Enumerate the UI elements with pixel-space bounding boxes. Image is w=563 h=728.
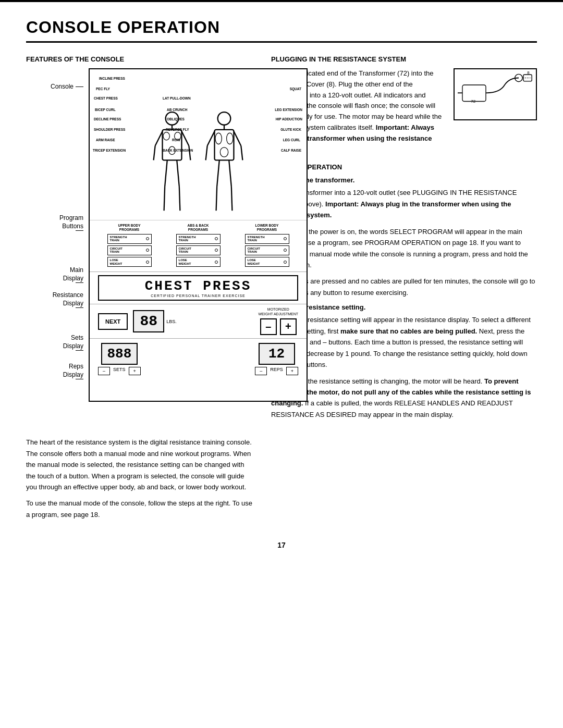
chest-press-display: CHEST PRESS CERTIFIED PERSONAL TRAINER E… (98, 275, 298, 301)
upper-strength-btn[interactable]: STRENGTHTRAIN (107, 234, 152, 244)
reps-plus-btn[interactable]: + (286, 367, 298, 375)
pec-fly-label: PEC FLY (96, 87, 110, 91)
svg-point-26 (227, 133, 233, 144)
manual-op-header: MANUAL OPERATION (271, 163, 537, 171)
next-button[interactable]: NEXT (98, 313, 128, 330)
bottom-left-text2: To use the manual mode of the console, f… (26, 498, 255, 520)
svg-line-23 (229, 160, 231, 187)
bottom-section: The heart of the resistance system is th… (26, 437, 537, 525)
bottom-right (271, 437, 537, 525)
arm-raise-label: ARM RAISE (96, 138, 115, 142)
page-number: 17 (26, 541, 537, 549)
lower-circuit-btn[interactable]: CIRCUITTRAIN (245, 245, 289, 255)
motorized-label: MOTORIZED WEIGHT ADJUSTMENT (259, 307, 298, 316)
svg-line-18 (206, 146, 207, 161)
page-title: CONSOLE OPERATION (26, 18, 537, 43)
step1-header: 1. Plug in the transformer. (271, 176, 537, 184)
front-body-figure (151, 110, 193, 215)
program-column-headers: UPPER BODYPROGRAMS ABS & BACKPROGRAMS LO… (95, 224, 301, 232)
svg-point-27 (220, 147, 228, 157)
reps-display: 12 (259, 343, 295, 365)
svg-line-24 (231, 187, 232, 211)
lower-strength-btn[interactable]: STRENGTHTRAIN (245, 234, 289, 244)
leg-curl-label: LEG CURL (283, 138, 300, 142)
bottom-left-text1: The heart of the resistance system is th… (26, 437, 255, 492)
svg-line-4 (154, 146, 155, 161)
program-buttons-label: Program Buttons (59, 214, 83, 230)
tricep-ext-label: TRICEP EXTENSION (93, 149, 126, 152)
decline-press-label: DECLINE PRESS (94, 117, 121, 121)
squat-label: SQUAT (290, 87, 301, 91)
upper-circuit-btn[interactable]: CIRCUITTRAIN (107, 245, 152, 255)
plus-button[interactable]: + (280, 318, 297, 335)
resistance-value-display: 88 (133, 310, 164, 332)
features-header: FEATURES OF THE CONSOLE (26, 55, 255, 63)
abs-strength-btn[interactable]: STRENGTHTRAIN (176, 234, 221, 244)
step2-note: Note: While the resistance setting is ch… (271, 376, 537, 421)
side-labels: Console Program Buttons Main Display (26, 68, 83, 402)
sets-buttons: – SETS + (98, 367, 141, 375)
step2-header: 2. Select a resistance setting. (271, 303, 537, 311)
svg-line-7 (165, 160, 167, 187)
sets-minus-btn[interactable]: – (98, 367, 110, 375)
svg-text:8: 8 (527, 71, 530, 75)
certified-trainer-text: CERTIFIED PERSONAL TRAINER EXERCISE (104, 294, 292, 298)
svg-line-6 (189, 146, 190, 161)
lbs-label: LBS. (166, 319, 177, 324)
svg-rect-2 (163, 130, 182, 160)
resistance-display-area: NEXT 88 LBS. MOTORIZED WEIGHT ADJUSTMENT… (90, 304, 307, 339)
bottom-left: The heart of the resistance system is th… (26, 437, 255, 525)
resistance-display-label: Resistance Display (53, 291, 83, 307)
svg-line-8 (164, 187, 165, 211)
step1-note: Note: When the power is on, the words SE… (271, 226, 537, 271)
svg-point-25 (215, 133, 222, 144)
strength-train-row: STRENGTHTRAIN STRENGTHTRAIN STRENGTHTRAI… (95, 234, 301, 244)
reps-display-label: Reps Display (63, 363, 83, 379)
step1-text: Plug the transformer into a 120-volt out… (271, 187, 537, 220)
sets-display: 888 (101, 343, 138, 365)
glute-kick-label: GLUTE KICK (280, 128, 301, 131)
chest-press-text: CHEST PRESS (104, 278, 292, 294)
circuit-train-row: CIRCUITTRAIN CIRCUITTRAIN CIRCUITTRAIN (95, 245, 301, 255)
upper-lose-weight-btn[interactable]: LOSEWEIGHT (107, 257, 152, 267)
sets-reps-area: 888 – SETS + 12 – REPS (90, 339, 307, 379)
body-figure-area: INCLINE PRESS PEC FLY CHEST PRESS BICEP … (90, 69, 307, 220)
lower-lose-weight-btn[interactable]: LOSEWEIGHT (245, 257, 289, 267)
sets-display-label: Sets Display (63, 334, 83, 350)
minus-button[interactable]: – (260, 318, 277, 335)
svg-rect-16 (215, 130, 234, 160)
main-display-area: CHEST PRESS CERTIFIED PERSONAL TRAINER E… (90, 272, 307, 304)
reps-col: 12 – REPS + (255, 343, 298, 375)
console-diagram: INCLINE PRESS PEC FLY CHEST PRESS BICEP … (89, 68, 308, 402)
reps-buttons: – REPS + (255, 367, 298, 375)
abs-circuit-btn[interactable]: CIRCUITTRAIN (176, 245, 221, 255)
bicep-curl-label: BICEP CURL (95, 108, 116, 112)
svg-line-20 (241, 146, 242, 161)
plug-diagram-wrapper: Plug the indicated end of the Transforme… (271, 68, 537, 155)
abs-lose-weight-btn[interactable]: LOSEWEIGHT (176, 257, 221, 267)
svg-line-19 (234, 131, 241, 146)
reps-minus-btn[interactable]: – (255, 367, 267, 375)
chest-press-label: CHEST PRESS (94, 96, 118, 100)
leg-ext-label: LEG EXTENSION (275, 108, 302, 112)
svg-point-11 (163, 132, 169, 140)
sets-plus-btn[interactable]: + (129, 367, 141, 375)
plus-minus-buttons: – + (260, 318, 297, 335)
svg-line-22 (216, 187, 217, 211)
back-body-figure (203, 110, 245, 215)
sets-col: 888 – SETS + (98, 343, 141, 375)
plug-illustration: 72 8 (456, 71, 534, 118)
svg-line-10 (179, 187, 180, 211)
program-buttons-area: UPPER BODYPROGRAMS ABS & BACKPROGRAMS LO… (90, 220, 307, 272)
step2-text: The current resistance setting will appe… (271, 314, 537, 370)
console-label: Console (51, 83, 74, 90)
lose-weight-row: LOSEWEIGHT LOSEWEIGHT LOSEWEIGHT (95, 257, 301, 267)
shoulder-press-label: SHOULDER PRESS (94, 128, 125, 131)
hip-add-label: HIP ADDUCTION (276, 117, 302, 121)
svg-line-17 (207, 131, 215, 146)
svg-line-3 (155, 131, 163, 146)
svg-point-14 (218, 112, 231, 125)
sets-label: SETS (113, 367, 126, 375)
svg-line-21 (217, 160, 219, 187)
svg-text:72: 72 (471, 99, 475, 104)
